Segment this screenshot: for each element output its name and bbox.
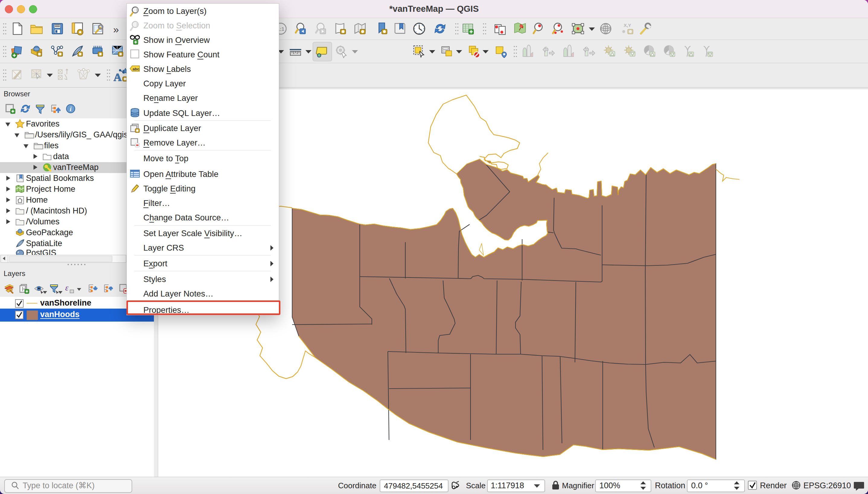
svg-text:A: A <box>114 71 122 83</box>
svg-text:ε: ε <box>65 283 68 292</box>
svg-text:X,Y: X,Y <box>624 23 631 28</box>
svg-text:abc: abc <box>133 67 139 71</box>
svg-text:i: i <box>70 105 72 113</box>
